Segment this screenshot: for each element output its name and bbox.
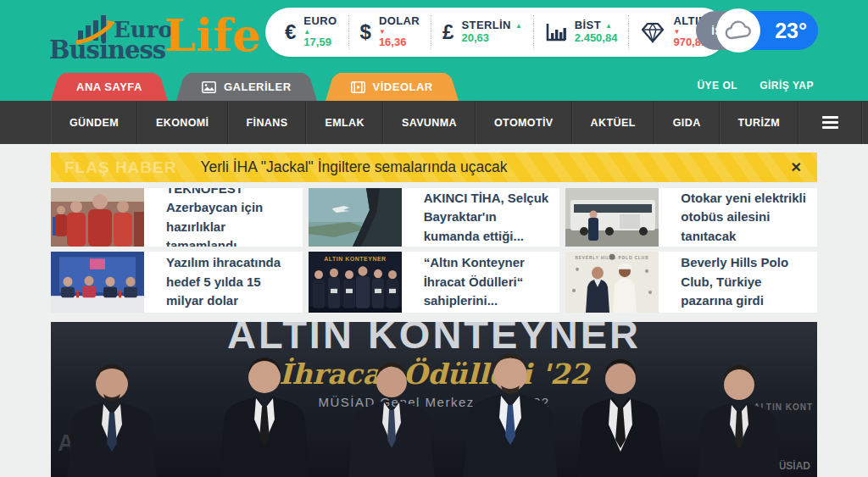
- polo-club-image: BEVERLY HILLS POLO CLUB: [565, 252, 659, 313]
- tab-ana-sayfa[interactable]: ANA SAYFA: [63, 73, 156, 101]
- weather-icon-circle: [716, 8, 760, 53]
- teknofest-crowd-image: [51, 188, 144, 247]
- news-thumbnail[interactable]: ALTIN KONTEYNER: [309, 252, 402, 313]
- site-logo[interactable]: Euro Business Life: [49, 3, 253, 68]
- news-thumbnail[interactable]: [51, 252, 144, 313]
- ticker-euro: € EURO ▲ 17,59: [274, 15, 348, 49]
- news-title[interactable]: Beverly Hills Polo Club, Türkiye pazarın…: [659, 252, 817, 313]
- news-card-beverly-hills[interactable]: BEVERLY HILLS POLO CLUB Beverly Hills Po…: [565, 252, 817, 313]
- register-link[interactable]: ÜYE OL: [697, 80, 737, 92]
- euro-symbol-icon: €: [285, 20, 296, 44]
- flash-news-bar: FLAŞ HABER Yerli İHA "Jackal" İngiltere …: [51, 153, 817, 182]
- ticker-sterlin: £ STERLİN ▲ 20,63: [431, 15, 533, 49]
- ticker-label: DOLAR: [379, 15, 420, 28]
- news-title[interactable]: “Altın Konteyner İhracat Ödülleri“ sahip…: [402, 252, 560, 313]
- news-card-altin-konteyner[interactable]: ALTIN KONTEYNER “Altın Konteyner İhracat…: [309, 252, 560, 313]
- news-thumbnail[interactable]: [309, 188, 402, 247]
- flash-news-headline[interactable]: Yerli İHA "Jackal" İngiltere semalarında…: [200, 158, 507, 176]
- tab-videolar[interactable]: VİDEOLAR: [337, 73, 447, 101]
- nav-item-gundem[interactable]: GÜNDEM: [51, 101, 137, 144]
- electric-bus-image: [565, 188, 659, 247]
- news-title[interactable]: Otokar yeni elektrikli otobüs ailesini t…: [659, 188, 817, 247]
- nav-item-savunma[interactable]: SAVUNMA: [383, 101, 476, 144]
- weather-widget: İSTANBUL ▾ 23°: [696, 11, 818, 50]
- award-winners-group: [51, 350, 817, 477]
- nav-item-emlak[interactable]: EMLAK: [306, 101, 382, 144]
- main-navigation: GÜNDEM EKONOMİ FİNANS EMLAK SAVUNMA OTOM…: [0, 101, 868, 144]
- ticker-label: BİST: [575, 19, 601, 32]
- cloud-icon: [725, 20, 752, 41]
- ticker-label: EURO: [303, 15, 337, 28]
- tab-label: ANA SAYFA: [76, 80, 142, 93]
- ticker-label: STERLİN: [461, 19, 510, 32]
- tab-galeriler[interactable]: GALERİLER: [188, 73, 305, 101]
- ticker-dolar: $ DOLAR ▼ 16,36: [348, 15, 431, 49]
- close-icon[interactable]: ✕: [776, 159, 817, 175]
- nav-item-aktuel[interactable]: AKTÜEL: [572, 101, 654, 144]
- up-arrow-icon: ▲: [515, 22, 522, 30]
- news-card-teknofest[interactable]: TEKNOFEST Azerbaycan için hazırlıklar ta…: [51, 188, 303, 247]
- bar-chart-icon: [545, 22, 567, 42]
- news-title[interactable]: AKINCI TİHA, Selçuk Bayraktar'ın kumanda…: [402, 188, 560, 247]
- nav-item-finans[interactable]: FİNANS: [228, 101, 307, 144]
- flash-news-label: FLAŞ HABER: [51, 158, 193, 177]
- nav-item-otomotiv[interactable]: OTOMOTİV: [476, 101, 572, 144]
- news-card-grid: TEKNOFEST Azerbaycan için hazırlıklar ta…: [51, 188, 817, 313]
- thumb-caption: ALTIN KONTEYNER: [324, 256, 387, 263]
- ticker-value: 17,59: [303, 36, 337, 49]
- news-thumbnail[interactable]: BEVERLY HILLS POLO CLUB: [565, 252, 659, 313]
- nav-item-ekonomi[interactable]: EKONOMİ: [137, 101, 228, 144]
- image-icon: [202, 81, 216, 93]
- tab-label: VİDEOLAR: [373, 80, 433, 93]
- news-thumbnail[interactable]: [565, 188, 659, 247]
- ticker-bist: BİST ▲ 2.450,84: [533, 15, 629, 49]
- ticker-value: 2.450,84: [575, 32, 618, 45]
- news-card-yazilim[interactable]: Yazılım ihracatında hedef 5 yılda 15 mil…: [51, 252, 303, 313]
- ticker-value: 20,63: [461, 32, 521, 45]
- search-button[interactable]: ▾: [862, 101, 868, 144]
- news-thumbnail[interactable]: [51, 188, 144, 247]
- logo-word-business: Business: [49, 36, 165, 64]
- nav-item-gida[interactable]: GIDA: [654, 101, 720, 144]
- ticker-value: 16,36: [379, 36, 420, 49]
- site-header: Euro Business Life € EURO ▲ 17,59 $ DOLA…: [0, 0, 868, 101]
- tab-label: GALERİLER: [224, 80, 292, 93]
- drone-aerial-image: [309, 188, 402, 247]
- diamond-icon: [640, 21, 665, 43]
- news-card-akinci[interactable]: AKINCI TİHA, Selçuk Bayraktar'ın kumanda…: [309, 188, 560, 247]
- currency-ticker: € EURO ▲ 17,59 $ DOLAR ▼ 16,36 £ STERLİN…: [265, 8, 726, 57]
- logo-word-life: Life: [164, 8, 261, 61]
- news-title[interactable]: TEKNOFEST Azerbaycan için hazırlıklar ta…: [144, 188, 303, 247]
- video-icon: [351, 81, 365, 93]
- award-ceremony-image: ALTIN KONTEYNER: [309, 252, 402, 313]
- news-card-otokar[interactable]: Otokar yeni elektrikli otobüs ailesini t…: [565, 188, 817, 247]
- feature-photo-altin-konteyner[interactable]: ALTIN KONTEYNER İhracat Ödülleri '22 MÜS…: [51, 322, 817, 477]
- pound-symbol-icon: £: [442, 20, 453, 44]
- section-tabs: ANA SAYFA GALERİLER VİDEOLAR: [63, 73, 447, 101]
- login-link[interactable]: GİRİŞ YAP: [760, 80, 814, 92]
- press-panel-image: [51, 252, 144, 313]
- news-title[interactable]: Yazılım ihracatında hedef 5 yılda 15 mil…: [144, 252, 303, 313]
- hamburger-menu-icon[interactable]: [798, 101, 862, 144]
- auth-links: ÜYE OL GİRİŞ YAP: [697, 80, 814, 92]
- nav-item-turizm[interactable]: TURİZM: [720, 101, 799, 144]
- up-arrow-icon: ▲: [605, 22, 612, 30]
- dollar-symbol-icon: $: [360, 20, 371, 44]
